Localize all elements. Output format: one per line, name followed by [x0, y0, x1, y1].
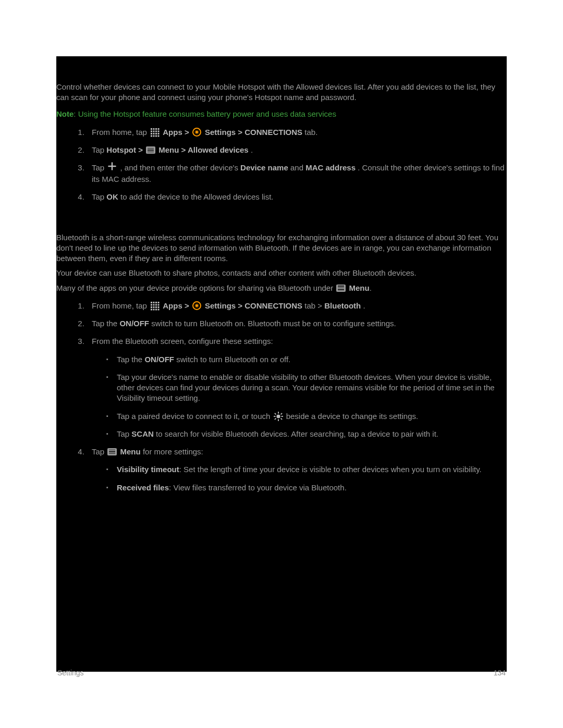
- step-4: Tap OK to add the device to the Allowed …: [87, 192, 507, 202]
- text: : View files transferred to your device …: [169, 483, 347, 492]
- text: Tap: [117, 429, 131, 438]
- bold-mac: MAC address: [305, 163, 356, 172]
- text: .: [363, 301, 365, 310]
- text: Many of the apps on your device provide …: [56, 283, 335, 292]
- svg-rect-24: [155, 304, 157, 305]
- svg-rect-13: [153, 135, 155, 137]
- svg-rect-15: [158, 135, 160, 137]
- menu-icon: [146, 145, 155, 155]
- bt-step-4: Tap Menu for more settings: Visibility t…: [87, 447, 507, 493]
- svg-rect-38: [281, 416, 283, 417]
- svg-rect-35: [278, 412, 279, 414]
- svg-rect-19: [153, 302, 155, 303]
- document-page: Allowed Devices Control whether devices …: [56, 56, 507, 672]
- bold-label: Received files: [117, 483, 169, 492]
- svg-rect-0: [151, 128, 152, 130]
- text: for more settings:: [143, 447, 203, 456]
- text: Tap a paired device to connect to it, or…: [117, 412, 273, 421]
- svg-rect-11: [158, 133, 160, 134]
- svg-rect-26: [151, 306, 152, 308]
- heading-bluetooth: Bluetooth Settings: [56, 216, 507, 228]
- svg-rect-10: [155, 133, 157, 134]
- svg-rect-33: [158, 309, 160, 310]
- svg-rect-20: [155, 302, 157, 303]
- svg-rect-2: [155, 128, 157, 130]
- paragraph-allowed-intro: Control whether devices can connect to y…: [56, 82, 507, 103]
- apps-grid-icon: [150, 301, 160, 311]
- bt-step-2: Tap the ON/OFF switch to turn Bluetooth …: [87, 318, 507, 329]
- text: : Set the length of time your device is …: [179, 465, 482, 474]
- sub-3: Tap a paired device to connect to it, or…: [106, 411, 507, 422]
- svg-rect-22: [151, 304, 152, 305]
- text: Tap: [92, 447, 106, 456]
- note-line: Note: Using the Hotspot feature consumes…: [56, 109, 507, 119]
- text: to add the device to the Allowed devices…: [120, 192, 274, 201]
- menu-icon: [107, 447, 117, 456]
- bold-label: Visibility timeout: [117, 465, 179, 474]
- step-3: Tap , and then enter the other device's …: [87, 163, 507, 184]
- bold-onoff: ON/OFF: [144, 355, 174, 364]
- sub-1: Tap the ON/OFF switch to turn Bluetooth …: [106, 354, 507, 365]
- text: .: [251, 145, 253, 154]
- text: From the Bluetooth screen, configure the…: [92, 337, 273, 346]
- text: Tap: [92, 163, 106, 172]
- svg-rect-21: [158, 302, 160, 303]
- svg-rect-28: [155, 306, 157, 308]
- heading-allowed-devices: Allowed Devices: [56, 66, 507, 78]
- svg-rect-5: [153, 130, 155, 132]
- svg-rect-12: [151, 135, 152, 137]
- bold-settings: Settings > CONNECTIONS: [205, 128, 302, 137]
- sub-visibility-timeout: Visibility timeout: Set the length of ti…: [106, 464, 507, 475]
- text: Tap the: [92, 319, 119, 328]
- step-1: From home, tap Apps > Settings > CONNECT…: [87, 127, 507, 138]
- text: Tap the: [117, 355, 144, 364]
- settings-gear-icon: [192, 301, 202, 311]
- bold-settings: Settings > CONNECTIONS: [205, 301, 302, 310]
- text: switch to turn Bluetooth on or off.: [176, 355, 290, 364]
- text: Tap: [92, 192, 106, 201]
- bold-onoff: ON/OFF: [119, 319, 149, 328]
- text: to search for visible Bluetooth devices.…: [156, 429, 438, 438]
- page-content: Allowed Devices Control whether devices …: [56, 66, 507, 681]
- text: and: [290, 163, 305, 172]
- steps-bluetooth: From home, tap Apps > Settings > CONNECT…: [87, 301, 507, 493]
- text: Tap: [92, 145, 106, 154]
- settings-gear-icon: [192, 128, 202, 137]
- steps-allowed-devices: From home, tap Apps > Settings > CONNECT…: [87, 127, 507, 203]
- note-text: : Using the Hotspot feature consumes bat…: [74, 109, 336, 118]
- svg-rect-27: [153, 306, 155, 308]
- note-label: Note: [56, 109, 74, 118]
- bold-apps: Apps >: [163, 301, 191, 310]
- svg-rect-40: [280, 418, 282, 420]
- svg-rect-30: [151, 309, 152, 310]
- bt-step-4-sublist: Visibility timeout: Set the length of ti…: [106, 464, 507, 493]
- paragraph-bt-intro1: Bluetooth is a short-range wireless comm…: [56, 232, 507, 264]
- svg-rect-37: [274, 416, 276, 417]
- svg-point-34: [276, 414, 280, 418]
- svg-rect-8: [151, 133, 152, 134]
- svg-rect-31: [153, 309, 155, 310]
- text: From home, tap: [92, 301, 149, 310]
- text: tab >: [304, 301, 324, 310]
- bold-menu: Menu: [349, 283, 370, 292]
- bold-bluetooth: Bluetooth: [324, 301, 361, 310]
- bt-step-1: From home, tap Apps > Settings > CONNECT…: [87, 301, 507, 311]
- bold-scan: SCAN: [131, 429, 154, 438]
- text: .: [370, 283, 372, 292]
- menu-icon: [336, 283, 346, 293]
- gear-icon: [274, 412, 283, 421]
- svg-rect-41: [274, 418, 276, 420]
- sub-2: Tap your device's name to enable or disa…: [106, 372, 507, 404]
- bold-apps: Apps >: [163, 128, 191, 137]
- svg-rect-14: [155, 135, 157, 137]
- svg-rect-7: [158, 130, 160, 132]
- svg-rect-29: [158, 306, 160, 308]
- svg-rect-32: [155, 309, 157, 310]
- apps-grid-icon: [150, 128, 160, 137]
- paragraph-bt-intro2: Your device can use Bluetooth to share p…: [56, 268, 507, 278]
- svg-rect-4: [151, 130, 152, 132]
- bt-step-3-sublist: Tap the ON/OFF switch to turn Bluetooth …: [106, 354, 507, 440]
- svg-rect-1: [153, 128, 155, 130]
- text: , and then enter the other device's: [120, 163, 241, 172]
- svg-rect-6: [155, 130, 157, 132]
